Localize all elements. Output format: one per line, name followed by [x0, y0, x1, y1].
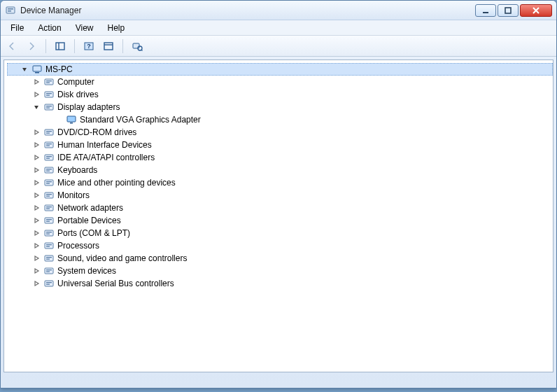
menu-help[interactable]: Help: [101, 22, 132, 34]
tree-category[interactable]: Computer: [7, 76, 553, 88]
svg-rect-34: [46, 156, 52, 157]
tree-category[interactable]: Mice and other pointing devices: [7, 176, 553, 189]
svg-rect-58: [46, 257, 52, 258]
toolbar-separator: [74, 39, 75, 53]
svg-rect-17: [46, 80, 52, 81]
svg-rect-5: [56, 43, 64, 50]
tree-category[interactable]: Display adapters: [7, 101, 553, 113]
svg-rect-9: [104, 43, 113, 50]
svg-rect-40: [46, 181, 52, 182]
svg-rect-57: [45, 255, 53, 261]
minimize-button[interactable]: [475, 4, 496, 17]
expander-none: [55, 115, 63, 124]
toolbar-separator: [45, 39, 46, 53]
close-button[interactable]: [520, 4, 552, 17]
expander-closed-icon[interactable]: [32, 191, 41, 200]
svg-rect-64: [46, 282, 52, 283]
tree-category[interactable]: Portable Devices: [7, 214, 553, 227]
expander-closed-icon[interactable]: [32, 141, 41, 149]
expander-closed-icon[interactable]: [32, 216, 41, 225]
device-tree: MS-PC ComputerDisk drivesDisplay adapter…: [4, 60, 553, 295]
svg-rect-30: [45, 142, 53, 148]
expander-closed-icon[interactable]: [32, 267, 41, 275]
back-button[interactable]: [3, 38, 20, 55]
maximize-button[interactable]: [498, 4, 519, 17]
expander-closed-icon[interactable]: [32, 90, 41, 99]
svg-rect-37: [46, 169, 52, 169]
tree-category[interactable]: Universal Serial Bus controllers: [7, 277, 553, 290]
expander-open-icon[interactable]: [32, 103, 41, 111]
expander-closed-icon[interactable]: [32, 204, 41, 212]
tree-category-label: DVD/CD-ROM drives: [57, 127, 136, 137]
titlebar: Device Manager: [1, 1, 556, 20]
device-category-icon: [43, 102, 55, 113]
help-button[interactable]: ?: [80, 38, 97, 55]
tree-category[interactable]: Human Interface Devices: [7, 139, 553, 151]
expander-closed-icon[interactable]: [32, 178, 41, 187]
svg-rect-19: [45, 92, 53, 97]
window-title: Device Manager: [20, 6, 475, 15]
device-category-icon: [43, 278, 55, 289]
show-hide-console-tree-button[interactable]: [52, 38, 69, 55]
scan-hardware-button[interactable]: [129, 38, 146, 55]
forward-button[interactable]: [23, 38, 40, 55]
svg-rect-62: [46, 272, 50, 272]
svg-rect-23: [46, 106, 52, 106]
expander-closed-icon[interactable]: [32, 78, 41, 86]
tree-device-label: Standard VGA Graphics Adapter: [80, 115, 201, 125]
tree-category[interactable]: Processors: [7, 239, 553, 252]
device-category-icon: [43, 177, 55, 188]
svg-rect-3: [483, 12, 488, 13]
device-category-icon: [43, 164, 55, 176]
expander-closed-icon[interactable]: [32, 229, 41, 237]
svg-rect-33: [45, 155, 53, 160]
display-adapter-icon: [66, 114, 77, 125]
svg-line-13: [141, 50, 143, 51]
svg-rect-39: [45, 180, 53, 186]
svg-rect-46: [46, 206, 52, 207]
menu-file[interactable]: File: [3, 22, 31, 34]
app-icon: [5, 5, 16, 16]
svg-rect-56: [46, 246, 50, 247]
tree-category[interactable]: IDE ATA/ATAPI controllers: [7, 151, 553, 164]
tree-category[interactable]: Ports (COM & LPT): [7, 227, 553, 239]
tree-category-label: Ports (COM & LPT): [57, 228, 130, 238]
tree-category[interactable]: Disk drives: [7, 88, 553, 101]
tree-category[interactable]: Sound, video and game controllers: [7, 252, 553, 265]
expander-open-icon[interactable]: [20, 65, 29, 74]
expander-closed-icon[interactable]: [32, 166, 41, 174]
svg-rect-53: [46, 234, 50, 234]
svg-rect-54: [45, 243, 53, 248]
svg-rect-42: [45, 192, 53, 198]
tree-category-label: Network adapters: [57, 203, 123, 213]
svg-text:?: ?: [87, 43, 91, 50]
svg-rect-14: [33, 66, 41, 71]
tree-root[interactable]: MS-PC: [7, 63, 553, 76]
tree-category[interactable]: Keyboards: [7, 164, 553, 176]
properties-button[interactable]: [100, 38, 117, 55]
expander-closed-icon[interactable]: [32, 254, 41, 262]
expander-closed-icon[interactable]: [32, 128, 41, 136]
tree-category[interactable]: Network adapters: [7, 202, 553, 214]
svg-rect-35: [46, 158, 50, 159]
menu-action[interactable]: Action: [31, 22, 68, 34]
tree-category-label: Universal Serial Bus controllers: [57, 279, 174, 288]
computer-icon: [31, 64, 43, 75]
svg-rect-65: [46, 284, 50, 285]
expander-closed-icon[interactable]: [32, 241, 41, 250]
device-category-icon: [43, 265, 55, 276]
svg-rect-43: [46, 194, 52, 195]
caption-buttons: [475, 4, 552, 17]
svg-rect-36: [45, 167, 53, 173]
tree-category[interactable]: System devices: [7, 265, 553, 277]
tree-device[interactable]: Standard VGA Graphics Adapter: [7, 113, 553, 126]
svg-rect-60: [45, 268, 53, 274]
tree-category-label: System devices: [57, 266, 116, 276]
menu-view[interactable]: View: [69, 22, 101, 34]
tree-category[interactable]: DVD/CD-ROM drives: [7, 126, 553, 139]
expander-closed-icon[interactable]: [32, 279, 41, 288]
svg-rect-52: [46, 232, 52, 232]
expander-closed-icon[interactable]: [32, 153, 41, 162]
svg-rect-26: [70, 122, 73, 124]
tree-category[interactable]: Monitors: [7, 189, 553, 202]
